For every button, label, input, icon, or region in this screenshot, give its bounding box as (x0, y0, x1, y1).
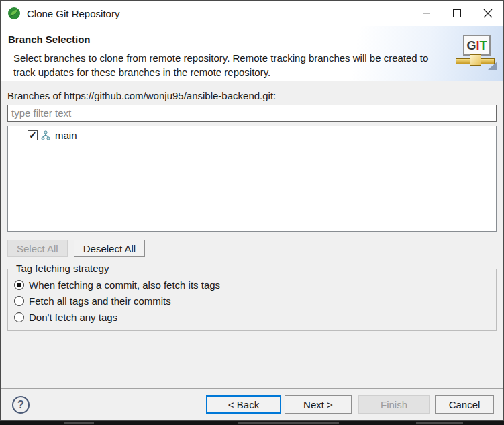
window-title: Clone Git Repository (27, 8, 119, 19)
git-branch-icon (40, 130, 51, 141)
desktop-background-strip (0, 421, 504, 424)
page-description: Select branches to clone from remote rep… (13, 51, 450, 79)
back-button[interactable]: < Back (206, 395, 281, 414)
branch-checkbox[interactable] (28, 130, 38, 140)
next-button[interactable]: Next > (285, 395, 352, 414)
clone-git-repository-dialog: Clone Git Repository Branch Selection Se… (0, 0, 504, 421)
branch-name: main (55, 130, 77, 141)
maximize-icon[interactable] (442, 1, 472, 26)
branch-list: main (7, 126, 497, 232)
window-controls (411, 1, 503, 26)
help-icon[interactable]: ? (12, 396, 30, 414)
filter-input[interactable] (7, 105, 497, 122)
radio-fetch-all-tags[interactable]: Fetch all tags and their commits (14, 295, 496, 307)
deselect-all-button[interactable]: Deselect All (74, 240, 145, 257)
cancel-button[interactable]: Cancel (435, 395, 494, 414)
finish-button: Finish (358, 395, 430, 414)
radio-icon[interactable] (14, 296, 24, 306)
radio-icon[interactable] (14, 312, 24, 322)
radio-icon[interactable] (14, 280, 24, 290)
minimize-icon (411, 1, 442, 26)
button-bar: ? < Back Next > Finish Cancel (1, 388, 503, 420)
radio-fetch-no-tags[interactable]: Don't fetch any tags (14, 312, 496, 323)
selection-buttons: Select All Deselect All (7, 240, 497, 257)
branch-list-item[interactable]: main (8, 126, 496, 141)
wizard-header: Branch Selection Select branches to clon… (1, 26, 503, 81)
page-title: Branch Selection (8, 34, 503, 45)
tag-fetching-group: Tag fetching strategy When fetching a co… (7, 269, 497, 331)
title-bar: Clone Git Repository (1, 1, 503, 26)
git-banner: GIT (463, 35, 491, 56)
egit-app-icon (7, 7, 21, 20)
tag-fetching-legend: Tag fetching strategy (13, 263, 111, 274)
close-icon[interactable] (472, 1, 503, 26)
branches-label: Branches of https://github.com/wonju95/a… (7, 81, 497, 101)
select-all-button: Select All (7, 240, 68, 257)
radio-fetch-commit-tags[interactable]: When fetching a commit, also fetch its t… (14, 279, 496, 291)
wizard-content: Branches of https://github.com/wonju95/a… (1, 81, 503, 388)
git-wizard-icon: GIT (454, 35, 497, 74)
wizard-buttons: < Back Next > Finish Cancel (206, 395, 494, 414)
